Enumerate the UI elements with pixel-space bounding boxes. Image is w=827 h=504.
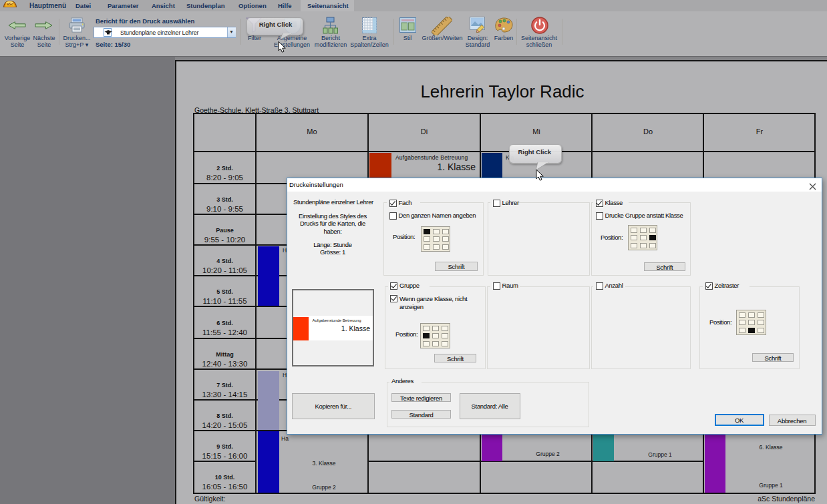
svg-text:aSc: aSc	[7, 2, 13, 6]
